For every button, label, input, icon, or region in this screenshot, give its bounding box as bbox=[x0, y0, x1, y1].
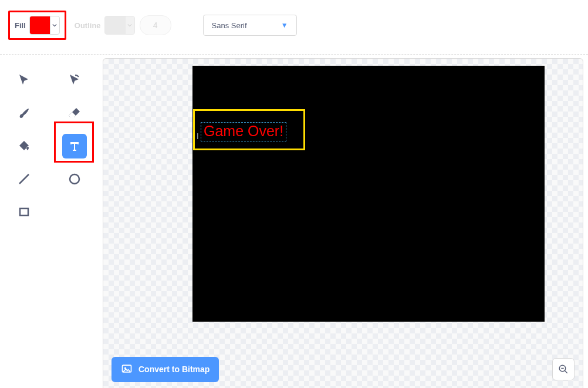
convert-to-bitmap-button[interactable]: Convert to Bitmap bbox=[111, 357, 219, 382]
outline-thickness-input[interactable]: 4 bbox=[140, 15, 171, 35]
circle-tool[interactable] bbox=[62, 167, 87, 191]
zoom-out-button[interactable] bbox=[552, 358, 575, 380]
font-family-select[interactable]: Sans Serif ▼ bbox=[203, 15, 297, 36]
outline-color-swatch bbox=[105, 16, 125, 34]
svg-line-6 bbox=[565, 370, 567, 373]
svg-rect-2 bbox=[20, 208, 28, 215]
fill-color-picker[interactable] bbox=[29, 16, 60, 35]
canvas-text-value: Game Over! bbox=[204, 123, 283, 139]
line-tool[interactable] bbox=[12, 167, 36, 191]
chevron-down-icon: ▼ bbox=[281, 21, 288, 29]
outline-thickness-value: 4 bbox=[153, 21, 158, 30]
canvas-bottom-bar: Convert to Bitmap bbox=[103, 348, 583, 388]
fill-bucket-tool[interactable] bbox=[12, 134, 36, 158]
format-toolbar: Fill Outline 4 Sans Serif ▼ bbox=[0, 0, 588, 55]
outline-color-picker[interactable] bbox=[104, 16, 135, 35]
canvas-area[interactable]: I Game Over! Convert to Bitmap bbox=[103, 58, 583, 388]
fill-color-swatch bbox=[30, 16, 50, 34]
eraser-tool[interactable] bbox=[62, 101, 87, 126]
convert-button-label: Convert to Bitmap bbox=[138, 365, 209, 374]
tool-palette bbox=[0, 55, 103, 388]
canvas-text-input[interactable]: Game Over! bbox=[201, 122, 286, 141]
image-icon bbox=[121, 363, 133, 376]
reshape-tool[interactable] bbox=[62, 68, 87, 93]
chevron-down-icon bbox=[50, 16, 59, 34]
select-tool[interactable] bbox=[12, 68, 36, 93]
text-cursor-ibeam-icon: I bbox=[197, 131, 199, 141]
fill-label: Fill bbox=[15, 21, 26, 30]
rectangle-tool[interactable] bbox=[12, 200, 36, 224]
editor-main: I Game Over! Convert to Bitmap bbox=[0, 55, 588, 388]
stage-backdrop bbox=[192, 66, 545, 322]
svg-point-1 bbox=[70, 174, 79, 184]
fill-color-group-highlight: Fill bbox=[8, 11, 66, 40]
font-family-value: Sans Serif bbox=[212, 21, 247, 30]
svg-line-0 bbox=[19, 174, 29, 184]
text-tool[interactable] bbox=[62, 134, 87, 158]
zoom-out-icon bbox=[558, 364, 569, 374]
chevron-down-icon bbox=[125, 16, 134, 34]
outline-color-group: Outline 4 bbox=[75, 15, 171, 35]
brush-tool[interactable] bbox=[12, 101, 36, 126]
outline-label: Outline bbox=[75, 21, 101, 30]
